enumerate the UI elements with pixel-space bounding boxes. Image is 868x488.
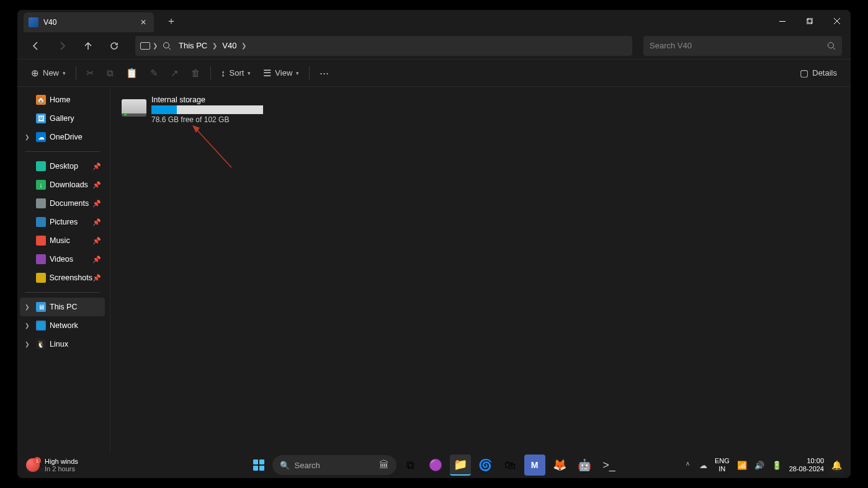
- new-tab-button[interactable]: ＋: [166, 15, 176, 28]
- drive-internal-storage[interactable]: Internal storage 78.6 GB free of 102 GB: [119, 93, 280, 126]
- battery-icon[interactable]: 🔋: [772, 461, 782, 470]
- sidebar-item-gallery[interactable]: 🖼Gallery: [20, 109, 105, 128]
- clock-button[interactable]: 10:0028-08-2024: [789, 457, 824, 473]
- sidebar-item-home[interactable]: 🏠Home: [20, 91, 105, 109]
- sidebar-item-screenshots[interactable]: Screenshots📌: [20, 268, 105, 287]
- content-area[interactable]: Internal storage 78.6 GB free of 102 GB: [110, 87, 851, 461]
- home-icon: 🏠: [36, 95, 46, 105]
- new-button[interactable]: ⊕New▾: [26, 63, 71, 83]
- forward-button[interactable]: [52, 36, 72, 56]
- folder-icon: [36, 254, 46, 264]
- pin-icon: 📌: [92, 181, 101, 189]
- svg-line-9: [196, 129, 231, 167]
- folder-icon: [36, 236, 46, 246]
- tab-close-icon[interactable]: ✕: [140, 18, 146, 27]
- search-box[interactable]: [643, 36, 842, 56]
- volume-icon[interactable]: 🔊: [754, 461, 764, 470]
- taskbar-store[interactable]: 🛍: [499, 455, 521, 476]
- weather-widget[interactable]: 1 High winds In 2 hours: [26, 458, 78, 472]
- share-button[interactable]: ↗: [166, 63, 184, 83]
- folder-icon: [36, 273, 46, 283]
- sidebar-item-pictures[interactable]: Pictures📌: [20, 213, 105, 231]
- more-button[interactable]: ⋯: [315, 63, 334, 83]
- chevron-right-icon[interactable]: ❯: [241, 42, 246, 49]
- taskbar-firefox[interactable]: 🦊: [549, 455, 570, 476]
- plus-circle-icon: ⊕: [31, 68, 39, 79]
- copilot-button[interactable]: 🟣: [425, 455, 446, 476]
- taskbar-center: 🔍Search🏛 ⧉ 🟣 📁 🌀 🛍 M 🦊 🤖 >_: [249, 455, 620, 476]
- sidebar-item-network[interactable]: ❯🌐Network: [20, 316, 105, 335]
- chevron-right-icon[interactable]: ❯: [25, 322, 30, 329]
- body: 🏠Home 🖼Gallery ❯☁OneDrive Desktop📌 ↓Down…: [17, 87, 851, 461]
- folder-icon: [36, 198, 46, 208]
- close-button[interactable]: [823, 11, 851, 31]
- search-icon[interactable]: [827, 42, 836, 50]
- separator: [210, 66, 211, 80]
- pin-icon: 📌: [92, 274, 101, 282]
- drive-icon: [122, 99, 146, 117]
- search-address-icon[interactable]: [160, 39, 174, 53]
- taskbar-app-m[interactable]: M: [524, 455, 545, 476]
- tray-cloud-icon[interactable]: ☁: [699, 461, 707, 470]
- sidebar-item-desktop[interactable]: Desktop📌: [20, 157, 105, 175]
- notifications-button[interactable]: 🔔: [831, 460, 842, 470]
- view-button[interactable]: ☰View▾: [258, 63, 304, 83]
- task-view-button[interactable]: ⧉: [400, 455, 421, 476]
- delete-button[interactable]: 🗑: [186, 63, 205, 83]
- weather-icon: 1: [26, 458, 40, 472]
- language-button[interactable]: ENGIN: [715, 457, 730, 473]
- maximize-button[interactable]: [796, 11, 823, 31]
- chevron-right-icon[interactable]: ❯: [25, 341, 30, 347]
- refresh-button[interactable]: [104, 36, 124, 56]
- back-button[interactable]: [26, 36, 46, 56]
- tab-icon: [29, 17, 38, 27]
- taskbar-edge[interactable]: 🌀: [475, 455, 496, 476]
- sidebar-item-music[interactable]: Music📌: [20, 231, 105, 250]
- search-input[interactable]: [650, 41, 827, 50]
- tray-overflow-button[interactable]: ＾: [684, 459, 692, 471]
- taskbar: 1 High winds In 2 hours 🔍Search🏛 ⧉ 🟣 📁 🌀…: [17, 452, 851, 478]
- details-pane-button[interactable]: ▢Details: [795, 63, 842, 83]
- taskbar-terminal[interactable]: >_: [599, 455, 620, 476]
- sidebar-item-this-pc[interactable]: ❯🖥This PC: [20, 298, 105, 316]
- copy-icon: ⧉: [107, 68, 114, 79]
- sidebar-item-onedrive[interactable]: ❯☁OneDrive: [20, 128, 105, 146]
- weather-subtitle: In 2 hours: [45, 465, 78, 472]
- minimize-button[interactable]: [769, 11, 796, 31]
- taskbar-app-robot[interactable]: 🤖: [574, 455, 595, 476]
- drive-info: Internal storage 78.6 GB free of 102 GB: [151, 95, 278, 124]
- breadcrumb-current[interactable]: V40: [220, 40, 239, 51]
- chevron-down-icon: ▾: [63, 70, 66, 76]
- windows-icon: [253, 459, 264, 471]
- sidebar-item-documents[interactable]: Documents📌: [20, 194, 105, 213]
- svg-rect-0: [779, 21, 785, 22]
- address-bar[interactable]: ❯ This PC ❯ V40 ❯: [135, 36, 632, 56]
- sort-button[interactable]: ↕Sort▾: [216, 63, 256, 83]
- tab-active[interactable]: V40 ✕: [24, 12, 154, 32]
- sidebar: 🏠Home 🖼Gallery ❯☁OneDrive Desktop📌 ↓Down…: [17, 87, 110, 461]
- cut-button[interactable]: ✂: [81, 63, 99, 83]
- taskbar-explorer[interactable]: 📁: [450, 455, 471, 476]
- breadcrumb-this-pc[interactable]: This PC: [176, 40, 210, 51]
- rename-button[interactable]: ✎: [145, 63, 163, 83]
- chevron-right-icon[interactable]: ❯: [25, 304, 30, 310]
- paste-button[interactable]: 📋: [121, 63, 143, 83]
- taskbar-search[interactable]: 🔍Search🏛: [272, 455, 396, 475]
- start-button[interactable]: [249, 455, 269, 475]
- cloud-icon: ☁: [36, 132, 46, 142]
- copy-button[interactable]: ⧉: [102, 63, 119, 83]
- separator: [76, 66, 76, 80]
- up-button[interactable]: [78, 36, 98, 56]
- pin-icon: 📌: [92, 162, 101, 171]
- chevron-right-icon[interactable]: ❯: [25, 134, 30, 140]
- chevron-right-icon[interactable]: ❯: [212, 42, 217, 49]
- wifi-icon[interactable]: 📶: [737, 461, 747, 470]
- sort-icon: ↕: [221, 68, 226, 78]
- pc-icon: [140, 42, 150, 50]
- details-pane-icon: ▢: [800, 68, 808, 79]
- sidebar-item-videos[interactable]: Videos📌: [20, 250, 105, 268]
- separator: [309, 66, 310, 80]
- share-icon: ↗: [171, 68, 179, 79]
- sidebar-item-downloads[interactable]: ↓Downloads📌: [20, 175, 105, 194]
- sidebar-item-linux[interactable]: ❯🐧Linux: [20, 335, 105, 353]
